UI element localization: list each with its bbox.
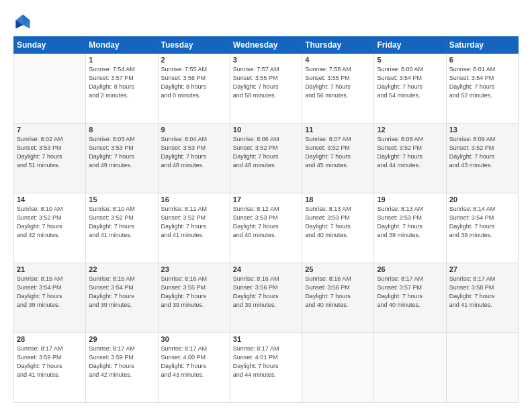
day-number: 7 [17,126,83,134]
day-info: Sunrise: 8:15 AM Sunset: 3:54 PM Dayligh… [17,275,83,310]
day-number: 14 [17,195,83,203]
calendar-cell: 4Sunrise: 7:58 AM Sunset: 3:55 PM Daylig… [302,54,374,124]
day-info: Sunrise: 8:13 AM Sunset: 3:53 PM Dayligh… [377,205,443,240]
day-number: 13 [449,126,515,134]
calendar-cell: 26Sunrise: 8:17 AM Sunset: 3:57 PM Dayli… [374,263,446,333]
calendar-header-sunday: Sunday [14,37,86,54]
calendar-cell: 28Sunrise: 8:17 AM Sunset: 3:59 PM Dayli… [14,333,86,403]
calendar-table: SundayMondayTuesdayWednesdayThursdayFrid… [13,36,519,403]
calendar-cell: 17Sunrise: 8:12 AM Sunset: 3:53 PM Dayli… [230,193,302,263]
calendar-week-row: 28Sunrise: 8:17 AM Sunset: 3:59 PM Dayli… [14,333,519,403]
day-info: Sunrise: 8:17 AM Sunset: 3:59 PM Dayligh… [89,345,154,379]
calendar-week-row: 1Sunrise: 7:54 AM Sunset: 3:57 PM Daylig… [14,54,519,124]
logo [13,12,35,31]
calendar-cell: 3Sunrise: 7:57 AM Sunset: 3:55 PM Daylig… [230,54,302,124]
day-info: Sunrise: 8:12 AM Sunset: 3:53 PM Dayligh… [233,205,299,240]
calendar-cell: 2Sunrise: 7:55 AM Sunset: 3:56 PM Daylig… [158,54,230,124]
day-number: 10 [233,126,299,134]
day-info: Sunrise: 7:55 AM Sunset: 3:56 PM Dayligh… [161,65,227,100]
day-info: Sunrise: 8:15 AM Sunset: 3:54 PM Dayligh… [89,275,154,310]
calendar-cell [14,54,86,124]
calendar-week-row: 21Sunrise: 8:15 AM Sunset: 3:54 PM Dayli… [14,263,519,333]
day-info: Sunrise: 8:03 AM Sunset: 3:53 PM Dayligh… [89,135,154,170]
day-number: 24 [233,265,299,273]
day-number: 21 [17,265,83,273]
calendar-cell: 8Sunrise: 8:03 AM Sunset: 3:53 PM Daylig… [86,124,158,193]
logo-icon [13,12,32,31]
calendar-cell: 15Sunrise: 8:10 AM Sunset: 3:52 PM Dayli… [86,193,158,263]
day-number: 12 [377,126,443,134]
day-number: 16 [161,195,227,203]
day-info: Sunrise: 8:16 AM Sunset: 3:56 PM Dayligh… [305,275,371,310]
day-info: Sunrise: 8:10 AM Sunset: 3:52 PM Dayligh… [17,205,83,240]
day-number: 20 [449,195,515,203]
day-info: Sunrise: 8:01 AM Sunset: 3:54 PM Dayligh… [449,65,515,100]
day-number: 11 [305,126,371,134]
calendar-cell [374,333,446,403]
day-info: Sunrise: 7:58 AM Sunset: 3:55 PM Dayligh… [305,65,371,100]
day-number: 1 [89,56,154,64]
day-number: 3 [233,56,299,64]
day-number: 2 [161,56,227,64]
calendar-header-wednesday: Wednesday [230,37,302,54]
calendar-cell: 11Sunrise: 8:07 AM Sunset: 3:52 PM Dayli… [302,124,374,193]
day-info: Sunrise: 8:16 AM Sunset: 3:56 PM Dayligh… [233,275,299,310]
calendar-cell: 31Sunrise: 8:17 AM Sunset: 4:01 PM Dayli… [230,333,302,403]
day-number: 29 [89,335,154,343]
day-info: Sunrise: 8:07 AM Sunset: 3:52 PM Dayligh… [305,135,371,170]
day-info: Sunrise: 8:04 AM Sunset: 3:53 PM Dayligh… [161,135,227,170]
calendar-cell: 5Sunrise: 8:00 AM Sunset: 3:54 PM Daylig… [374,54,446,124]
calendar-cell: 13Sunrise: 8:09 AM Sunset: 3:52 PM Dayli… [446,124,518,193]
calendar-header-friday: Friday [374,37,446,54]
day-info: Sunrise: 7:57 AM Sunset: 3:55 PM Dayligh… [233,65,299,100]
day-number: 6 [449,56,515,64]
day-number: 18 [305,195,371,203]
calendar-cell: 16Sunrise: 8:11 AM Sunset: 3:52 PM Dayli… [158,193,230,263]
calendar-week-row: 7Sunrise: 8:02 AM Sunset: 3:53 PM Daylig… [14,124,519,193]
calendar-week-row: 14Sunrise: 8:10 AM Sunset: 3:52 PM Dayli… [14,193,519,263]
day-number: 4 [305,56,371,64]
day-number: 5 [377,56,443,64]
calendar-cell: 23Sunrise: 8:16 AM Sunset: 3:55 PM Dayli… [158,263,230,333]
day-number: 26 [377,265,443,273]
calendar-header-saturday: Saturday [446,37,518,54]
day-info: Sunrise: 8:17 AM Sunset: 4:01 PM Dayligh… [233,345,299,379]
calendar-cell: 10Sunrise: 8:06 AM Sunset: 3:52 PM Dayli… [230,124,302,193]
day-number: 31 [233,335,299,343]
day-number: 9 [161,126,227,134]
calendar-cell: 14Sunrise: 8:10 AM Sunset: 3:52 PM Dayli… [14,193,86,263]
calendar-cell: 1Sunrise: 7:54 AM Sunset: 3:57 PM Daylig… [86,54,158,124]
calendar-cell: 6Sunrise: 8:01 AM Sunset: 3:54 PM Daylig… [446,54,518,124]
day-info: Sunrise: 8:17 AM Sunset: 3:57 PM Dayligh… [377,275,443,310]
calendar-cell: 7Sunrise: 8:02 AM Sunset: 3:53 PM Daylig… [14,124,86,193]
calendar-cell: 24Sunrise: 8:16 AM Sunset: 3:56 PM Dayli… [230,263,302,333]
day-info: Sunrise: 8:09 AM Sunset: 3:52 PM Dayligh… [449,135,515,170]
day-info: Sunrise: 8:17 AM Sunset: 3:59 PM Dayligh… [17,345,83,379]
calendar-cell: 25Sunrise: 8:16 AM Sunset: 3:56 PM Dayli… [302,263,374,333]
day-number: 22 [89,265,154,273]
calendar-cell [302,333,374,403]
calendar-cell: 20Sunrise: 8:14 AM Sunset: 3:54 PM Dayli… [446,193,518,263]
day-number: 30 [161,335,227,343]
calendar-cell [446,333,518,403]
day-info: Sunrise: 8:11 AM Sunset: 3:52 PM Dayligh… [161,205,227,240]
day-info: Sunrise: 8:17 AM Sunset: 4:00 PM Dayligh… [161,345,227,379]
day-number: 15 [89,195,154,203]
day-info: Sunrise: 8:10 AM Sunset: 3:52 PM Dayligh… [89,205,154,240]
calendar-header-row: SundayMondayTuesdayWednesdayThursdayFrid… [14,37,519,54]
calendar-cell: 29Sunrise: 8:17 AM Sunset: 3:59 PM Dayli… [86,333,158,403]
day-number: 23 [161,265,227,273]
calendar-cell: 27Sunrise: 8:17 AM Sunset: 3:58 PM Dayli… [446,263,518,333]
day-number: 8 [89,126,154,134]
day-info: Sunrise: 8:00 AM Sunset: 3:54 PM Dayligh… [377,65,443,100]
day-info: Sunrise: 8:08 AM Sunset: 3:52 PM Dayligh… [377,135,443,170]
calendar-header-thursday: Thursday [302,37,374,54]
day-info: Sunrise: 8:02 AM Sunset: 3:53 PM Dayligh… [17,135,83,170]
day-info: Sunrise: 8:06 AM Sunset: 3:52 PM Dayligh… [233,135,299,170]
day-number: 28 [17,335,83,343]
day-info: Sunrise: 7:54 AM Sunset: 3:57 PM Dayligh… [89,65,154,100]
day-number: 25 [305,265,371,273]
calendar-cell: 19Sunrise: 8:13 AM Sunset: 3:53 PM Dayli… [374,193,446,263]
day-info: Sunrise: 8:16 AM Sunset: 3:55 PM Dayligh… [161,275,227,310]
calendar-cell: 18Sunrise: 8:13 AM Sunset: 3:53 PM Dayli… [302,193,374,263]
